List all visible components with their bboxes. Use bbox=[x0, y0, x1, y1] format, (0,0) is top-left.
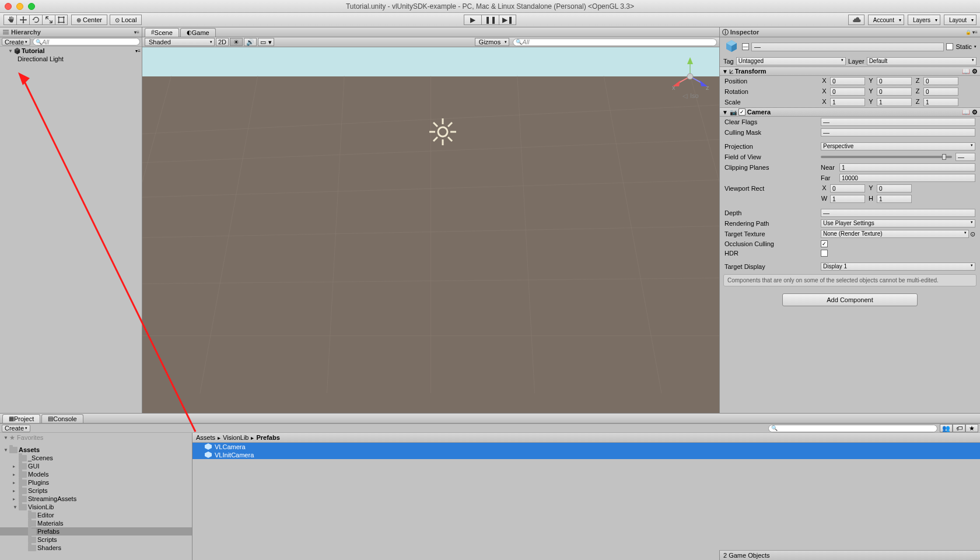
breadcrumb-item[interactable]: Prefabs bbox=[256, 434, 279, 441]
favorite-icon[interactable]: ★ bbox=[965, 424, 978, 432]
breadcrumb-item[interactable]: Assets bbox=[196, 434, 215, 441]
tab-scene[interactable]: # Scene bbox=[145, 28, 179, 37]
favorites-header[interactable]: ▼★ Favorites bbox=[0, 433, 192, 442]
targetdisplay-dropdown[interactable]: Display 1 bbox=[821, 262, 975, 271]
project-create-dropdown[interactable]: Create ▾ bbox=[2, 425, 30, 432]
projection-dropdown[interactable]: Perspective bbox=[821, 142, 975, 150]
folder-item[interactable]: ▸ Scripts bbox=[0, 487, 192, 495]
rot-y[interactable] bbox=[877, 88, 912, 96]
folder-item[interactable]: Editor bbox=[0, 511, 192, 519]
pos-z[interactable] bbox=[923, 77, 958, 85]
file-vlinitcamera[interactable]: VLInitCamera bbox=[192, 451, 980, 459]
scene-viewport[interactable]: xz ◁ Iso bbox=[142, 47, 719, 413]
shading-dropdown[interactable]: Shaded bbox=[145, 38, 215, 46]
project-search[interactable]: 🔍 bbox=[768, 425, 937, 432]
2d-toggle[interactable]: 2D bbox=[216, 38, 229, 46]
svg-marker-28 bbox=[687, 57, 693, 64]
scene-root[interactable]: ▼ Tutorial ▾≡ bbox=[0, 47, 142, 55]
hierarchy-icon bbox=[2, 29, 9, 36]
fx-dropdown[interactable]: ▭ ▾ bbox=[258, 38, 274, 46]
svg-point-3 bbox=[58, 22, 60, 23]
static-checkbox[interactable] bbox=[946, 43, 953, 50]
fov-value[interactable]: — bbox=[956, 153, 975, 161]
cullingmask-value[interactable]: — bbox=[821, 128, 975, 136]
folder-item[interactable]: Materials bbox=[0, 519, 192, 527]
scene-menu-icon[interactable]: ▾≡ bbox=[135, 48, 141, 54]
clearflags-value[interactable]: — bbox=[821, 118, 975, 126]
file-vlcamera[interactable]: VLCamera bbox=[192, 443, 980, 451]
folder-item[interactable]: ▸ Plugins bbox=[0, 478, 192, 487]
rotate-tool[interactable] bbox=[29, 15, 42, 25]
near-field[interactable] bbox=[839, 163, 975, 172]
pivot-local-toggle[interactable]: ⊙ Local bbox=[110, 15, 142, 25]
account-dropdown[interactable]: Account bbox=[868, 15, 904, 25]
visionlib-folder[interactable]: ▼ VisionLib bbox=[0, 503, 192, 511]
scale-tool[interactable] bbox=[42, 15, 55, 25]
folder-item[interactable]: Shaders bbox=[0, 544, 192, 552]
audio-toggle[interactable]: 🔊 bbox=[244, 38, 257, 46]
add-component-button[interactable]: Add Component bbox=[782, 293, 918, 306]
camera-enabled[interactable] bbox=[738, 108, 746, 116]
folder-item[interactable]: _Scenes bbox=[0, 454, 192, 462]
renderpath-dropdown[interactable]: Use Player Settings bbox=[821, 219, 975, 228]
vp-y[interactable] bbox=[877, 184, 912, 192]
cloud-button[interactable] bbox=[848, 15, 864, 25]
hierarchy-item[interactable]: Directional Light bbox=[0, 55, 142, 63]
rot-x[interactable] bbox=[830, 88, 865, 96]
folder-item[interactable]: Scripts bbox=[0, 536, 192, 544]
targettex-field[interactable]: None (Render Texture) bbox=[821, 230, 969, 238]
panel-menu-icon[interactable]: 🔒 ▾≡ bbox=[965, 30, 978, 35]
rot-z[interactable] bbox=[923, 88, 958, 96]
play-button[interactable]: ▶ bbox=[464, 15, 481, 25]
vp-h[interactable] bbox=[877, 195, 912, 203]
scene-search[interactable]: 🔍 All bbox=[513, 38, 717, 46]
scale-x[interactable] bbox=[830, 98, 865, 106]
panel-menu-icon[interactable]: ▾≡ bbox=[134, 30, 139, 35]
scale-z[interactable] bbox=[923, 98, 958, 106]
layers-dropdown[interactable]: Layers bbox=[908, 15, 940, 25]
tab-game[interactable]: ◐ Game bbox=[180, 28, 216, 37]
tag-dropdown[interactable]: Untagged bbox=[736, 57, 846, 65]
filter-icon[interactable]: 👥 bbox=[940, 424, 953, 432]
transform-component[interactable]: ▼ ⟀ Transform📖 ⚙ bbox=[720, 66, 980, 76]
tab-project[interactable]: ▦ Project bbox=[2, 414, 40, 423]
help-icon[interactable]: 📖 ⚙ bbox=[962, 108, 978, 116]
prefabs-folder[interactable]: Prefabs bbox=[0, 527, 192, 536]
depth-value[interactable]: — bbox=[821, 209, 975, 217]
hierarchy-search[interactable]: 🔍 All bbox=[33, 38, 140, 46]
hierarchy-header[interactable]: Hierarchy ▾≡ bbox=[0, 27, 142, 37]
far-field[interactable] bbox=[839, 174, 975, 182]
pivot-center-toggle[interactable]: ⊕ Center bbox=[71, 15, 107, 25]
help-icon[interactable]: 📖 ⚙ bbox=[962, 68, 978, 75]
vp-w[interactable] bbox=[830, 195, 865, 203]
pause-button[interactable]: ❚❚ bbox=[481, 15, 499, 25]
orientation-gizmo[interactable]: xz ◁ Iso bbox=[670, 56, 710, 103]
folder-item[interactable]: ▸ GUI bbox=[0, 462, 192, 470]
move-tool[interactable] bbox=[16, 15, 29, 25]
inspector-header[interactable]: ⓘ Inspector 🔒 ▾≡ bbox=[720, 27, 980, 37]
layer-dropdown[interactable]: Default bbox=[867, 57, 977, 65]
lighting-toggle[interactable]: ☀ bbox=[230, 38, 243, 46]
camera-component[interactable]: ▼ 📷 Camera📖 ⚙ bbox=[720, 107, 980, 117]
hdr-checkbox[interactable] bbox=[821, 250, 828, 257]
occlusion-checkbox[interactable] bbox=[821, 240, 828, 247]
step-button[interactable]: ▶❚ bbox=[499, 15, 516, 25]
tab-console[interactable]: ▤ Console bbox=[41, 414, 83, 423]
gizmos-dropdown[interactable]: Gizmos bbox=[475, 38, 509, 46]
rect-tool[interactable] bbox=[55, 15, 68, 25]
vp-x[interactable] bbox=[830, 184, 865, 192]
fov-slider[interactable] bbox=[821, 156, 952, 158]
folder-item[interactable]: ▸ Models bbox=[0, 470, 192, 478]
hand-tool[interactable] bbox=[4, 15, 16, 25]
breadcrumb-item[interactable]: VisionLib bbox=[223, 434, 249, 441]
assets-folder[interactable]: ▼ Assets bbox=[0, 446, 192, 454]
label-icon[interactable]: 🏷 bbox=[953, 424, 965, 432]
pos-x[interactable] bbox=[830, 77, 865, 85]
create-dropdown[interactable]: Create ▾ bbox=[2, 38, 30, 46]
layout-dropdown[interactable]: Layout bbox=[944, 15, 977, 25]
folder-item[interactable]: ▸ StreamingAssets bbox=[0, 495, 192, 503]
scale-y[interactable] bbox=[877, 98, 912, 106]
active-checkbox[interactable]: — bbox=[742, 43, 749, 50]
pos-y[interactable] bbox=[877, 77, 912, 85]
gameobject-name[interactable] bbox=[751, 43, 944, 51]
